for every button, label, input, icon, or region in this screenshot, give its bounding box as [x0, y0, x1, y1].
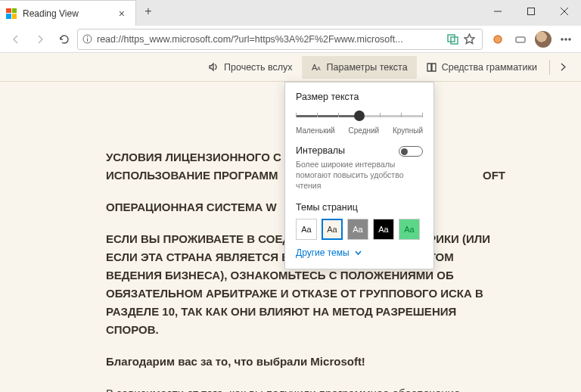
size-large-label: Крупный — [393, 126, 423, 135]
slider-labels: Маленький Средний Крупный — [296, 126, 423, 135]
microsoft-icon — [6, 8, 17, 19]
new-tab-button[interactable]: + — [136, 0, 160, 23]
text-size-slider[interactable] — [296, 108, 423, 125]
translate-icon[interactable] — [444, 29, 461, 50]
article-p1b: ИСПОЛЬЗОВАНИЕ ПРОГРАММ — [106, 169, 278, 182]
theme-gray[interactable]: Aa — [347, 219, 368, 240]
refresh-button[interactable] — [53, 28, 76, 51]
svg-rect-11 — [516, 37, 525, 42]
reader-toolbar: Прочесть вслух AA Параметры текста Средс… — [0, 53, 581, 82]
grammar-label: Средства грамматики — [442, 62, 537, 73]
url-field[interactable]: read://https_www.microsoft.com/?url=http… — [77, 29, 483, 50]
size-medium-label: Средний — [349, 126, 380, 135]
window-controls — [481, 0, 581, 23]
slider-thumb[interactable] — [354, 110, 365, 121]
book-icon — [426, 61, 437, 73]
speaker-icon — [208, 61, 219, 73]
profile-avatar[interactable] — [533, 28, 554, 51]
spacing-toggle[interactable] — [399, 146, 423, 157]
article-p1c: OFT — [483, 166, 505, 185]
close-tab-icon[interactable]: × — [116, 8, 128, 20]
spacing-desc: Более широкие интервалы помогают повысит… — [296, 159, 423, 191]
maximize-button[interactable] — [514, 0, 548, 23]
theme-black[interactable]: Aa — [373, 219, 394, 240]
svg-marker-9 — [464, 34, 474, 44]
svg-point-10 — [494, 36, 502, 43]
theme-green[interactable]: Aa — [399, 219, 420, 240]
text-icon: AA — [311, 61, 322, 73]
url-text: read://https_www.microsoft.com/?url=http… — [97, 34, 444, 45]
theme-white[interactable]: Aa — [296, 219, 317, 240]
text-params-popup: Размер текста Маленький Средний Крупный … — [284, 82, 434, 269]
text-size-title: Размер текста — [296, 92, 423, 102]
menu-button[interactable] — [555, 28, 576, 51]
info-icon — [82, 34, 92, 44]
svg-point-13 — [565, 39, 567, 40]
chevron-right-icon — [558, 61, 569, 73]
close-window-button[interactable] — [548, 0, 581, 23]
titlebar: Reading View × + — [0, 0, 581, 26]
svg-rect-1 — [528, 8, 535, 15]
read-aloud-label: Прочесть вслух — [224, 62, 293, 73]
themes-title: Темы страниц — [296, 202, 423, 213]
more-themes-link[interactable]: Другие темы — [296, 247, 423, 258]
separator — [549, 60, 550, 75]
theme-swatches: Aa Aa Aa Aa Aa — [296, 219, 423, 240]
text-params-button[interactable]: AA Параметры текста — [302, 56, 417, 79]
article-p5: В зависимости от того, как вы получили п… — [106, 384, 505, 392]
svg-point-6 — [87, 36, 89, 38]
tab-title: Reading View — [23, 8, 116, 19]
browser-tab[interactable]: Reading View × — [0, 0, 136, 26]
chevron-down-icon — [354, 248, 362, 257]
reader-more-button[interactable] — [553, 56, 573, 79]
forward-button[interactable] — [29, 28, 51, 51]
article-p1a: УСЛОВИЯ ЛИЦЕНЗИОННОГО С — [106, 151, 281, 163]
grammar-tools-button[interactable]: Средства грамматики — [417, 56, 546, 79]
address-bar: read://https_www.microsoft.com/?url=http… — [0, 26, 581, 53]
spacing-title: Интервалы — [296, 145, 345, 156]
article-p4: Благодарим вас за то, что выбрали Micros… — [106, 353, 505, 371]
svg-point-14 — [569, 39, 570, 40]
size-small-label: Маленький — [296, 126, 335, 135]
text-params-label: Параметры текста — [327, 62, 408, 73]
theme-sepia[interactable]: Aa — [322, 219, 343, 240]
more-themes-label: Другие темы — [296, 247, 350, 258]
svg-text:A: A — [317, 66, 321, 71]
favorite-icon[interactable] — [461, 29, 477, 50]
extension-icon-2[interactable] — [510, 28, 531, 51]
read-aloud-button[interactable]: Прочесть вслух — [199, 56, 302, 79]
back-button[interactable] — [5, 28, 27, 51]
svg-point-12 — [561, 39, 563, 40]
extension-icon[interactable] — [487, 28, 508, 51]
minimize-button[interactable] — [481, 0, 514, 23]
